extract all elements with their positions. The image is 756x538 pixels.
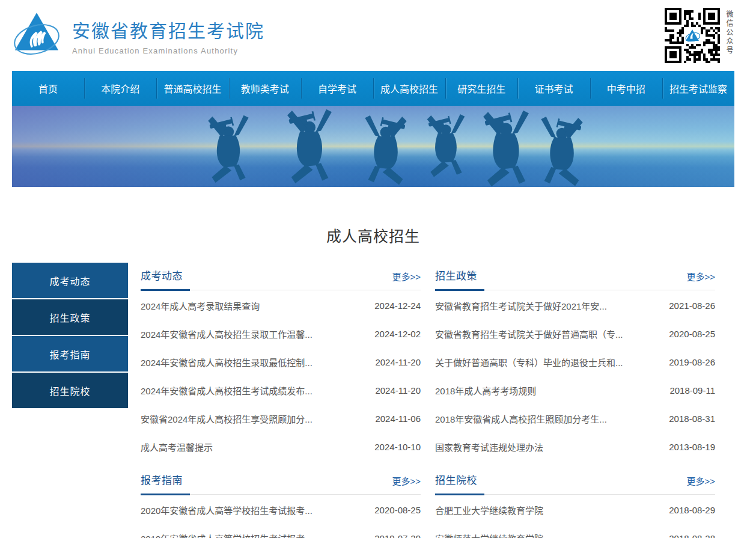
news-title-link[interactable]: 2024年安徽省成人高校招生考试成绩发布... xyxy=(141,384,375,397)
news-row[interactable]: 2024年安徽省成人高校招生录取最低控制...2024-11-20 xyxy=(141,348,421,376)
news-date: 2021-08-26 xyxy=(669,301,715,311)
brand-text: 安徽省教育招生考试院 Anhui Education Examinations … xyxy=(72,16,264,55)
news-row[interactable]: 2018年安徽省成人高校招生照顾加分考生...2018-08-31 xyxy=(435,405,715,433)
news-title-link[interactable]: 2018年安徽省成人高校招生照顾加分考生... xyxy=(435,412,669,425)
section-title: 招生院校 xyxy=(435,472,477,487)
news-list: 安徽省教育招生考试院关于做好2021年安...2021-08-26安徽省教育招生… xyxy=(435,292,715,461)
news-title-link[interactable]: 安徽省教育招生考试院关于做好2021年安... xyxy=(435,299,669,312)
news-date: 2019-08-26 xyxy=(669,357,715,367)
news-date: 2024-10-10 xyxy=(374,442,421,452)
news-date: 2018-09-11 xyxy=(669,385,715,396)
news-row[interactable]: 2024年成人高考录取结果查询2024-12-24 xyxy=(141,292,421,320)
news-date: 2024-12-24 xyxy=(374,301,421,311)
sidebar: 成考动态招生政策报考指南招生院校 xyxy=(12,263,128,408)
news-row[interactable]: 2024年安徽省成人高校招生录取工作温馨...2024-12-02 xyxy=(141,320,421,348)
news-row[interactable]: 2020年安徽省成人高等学校招生考试报考...2020-08-25 xyxy=(141,496,421,524)
news-row[interactable]: 安徽省教育招生考试院关于做好普通高职（专...2020-08-25 xyxy=(435,320,715,348)
news-row[interactable]: 成人高考温馨提示2024-10-10 xyxy=(141,433,421,461)
news-row[interactable]: 2024年安徽省成人高校招生考试成绩发布...2024-11-20 xyxy=(141,376,421,405)
news-date: 2024-11-20 xyxy=(375,385,421,396)
news-list: 合肥工业大学继续教育学院2018-08-29安徽师范大学继续教育学院2018-0… xyxy=(435,496,715,538)
content: 成考动态招生政策报考指南招生院校 成考动态更多>>2024年成人高考录取结果查询… xyxy=(12,263,734,538)
news-row[interactable]: 安徽省2024年成人高校招生享受照顾加分...2024-11-06 xyxy=(141,405,421,433)
wechat-qr-code xyxy=(665,8,720,65)
news-title-link[interactable]: 成人高考温馨提示 xyxy=(141,441,374,453)
news-list: 2020年安徽省成人高等学校招生考试报考...2020-08-252019年安徽… xyxy=(141,496,421,538)
nav-item-5[interactable]: 自学考试 xyxy=(301,71,373,106)
section-2: 招生政策更多>>安徽省教育招生考试院关于做好2021年安...2021-08-2… xyxy=(435,263,715,461)
sidebar-item-3[interactable]: 报考指南 xyxy=(12,336,128,371)
news-title-link[interactable]: 2024年安徽省成人高校招生录取工作温馨... xyxy=(141,328,374,340)
news-sections: 成考动态更多>>2024年成人高考录取结果查询2024-12-242024年安徽… xyxy=(141,263,734,538)
news-date: 2019-07-29 xyxy=(374,533,421,538)
site-header: 安徽省教育招生考试院 Anhui Education Examinations … xyxy=(0,0,756,71)
sidebar-item-1[interactable]: 成考动态 xyxy=(12,263,128,298)
more-link[interactable]: 更多>> xyxy=(686,270,715,283)
news-title-link[interactable]: 2024年安徽省成人高校招生录取最低控制... xyxy=(141,356,375,368)
more-link[interactable]: 更多>> xyxy=(392,270,421,283)
section-title: 成考动态 xyxy=(141,267,183,283)
news-row[interactable]: 安徽师范大学继续教育学院2018-08-28 xyxy=(435,524,715,538)
section-title: 招生政策 xyxy=(435,267,477,283)
nav-item-6[interactable]: 成人高校招生 xyxy=(373,71,445,106)
section-header: 成考动态更多>> xyxy=(141,263,421,290)
nav-item-7[interactable]: 研究生招生 xyxy=(445,71,517,106)
nav-item-1[interactable]: 首页 xyxy=(12,71,84,106)
news-date: 2024-12-02 xyxy=(374,329,421,339)
news-row[interactable]: 2018年成人高考考场规则2018-09-11 xyxy=(435,376,715,405)
news-date: 2018-08-29 xyxy=(669,505,715,515)
news-date: 2024-11-20 xyxy=(375,357,421,367)
section-3: 报考指南更多>>2020年安徽省成人高等学校招生考试报考...2020-08-2… xyxy=(141,467,421,538)
more-link[interactable]: 更多>> xyxy=(392,474,421,487)
news-date: 2013-08-19 xyxy=(669,442,715,452)
news-row[interactable]: 合肥工业大学继续教育学院2018-08-29 xyxy=(435,496,715,524)
section-header: 招生院校更多>> xyxy=(435,467,715,495)
banner-image xyxy=(12,106,734,187)
news-row[interactable]: 国家教育考试违规处理办法2013-08-19 xyxy=(435,433,715,461)
news-date: 2018-08-31 xyxy=(669,414,715,424)
section-1: 成考动态更多>>2024年成人高考录取结果查询2024-12-242024年安徽… xyxy=(141,263,421,461)
section-title: 报考指南 xyxy=(141,472,183,487)
section-4: 招生院校更多>>合肥工业大学继续教育学院2018-08-29安徽师范大学继续教育… xyxy=(435,467,715,538)
news-title-link[interactable]: 安徽省教育招生考试院关于做好普通高职（专... xyxy=(435,328,669,340)
news-title-link[interactable]: 2018年成人高考考场规则 xyxy=(435,384,669,397)
section-header: 报考指南更多>> xyxy=(141,467,421,495)
news-title-link[interactable]: 2019年安徽省成人高等学校招生考试报考... xyxy=(141,532,374,538)
sidebar-item-2[interactable]: 招生政策 xyxy=(12,299,128,335)
news-title-link[interactable]: 关于做好普通高职（专科）毕业的退役士兵和... xyxy=(435,356,669,368)
nav-item-3[interactable]: 普通高校招生 xyxy=(156,71,228,106)
news-date: 2020-08-25 xyxy=(669,329,715,339)
news-title-link[interactable]: 安徽省2024年成人高校招生享受照顾加分... xyxy=(141,412,375,425)
site-subtitle: Anhui Education Examinations Authority xyxy=(72,46,264,55)
more-link[interactable]: 更多>> xyxy=(686,474,715,487)
news-date: 2018-08-28 xyxy=(669,533,715,538)
news-title-link[interactable]: 2024年成人高考录取结果查询 xyxy=(141,299,374,312)
news-title-link[interactable]: 安徽师范大学继续教育学院 xyxy=(435,532,669,538)
main-nav: 首页本院介绍普通高校招生教师类考试自学考试成人高校招生研究生招生证书考试中考中招… xyxy=(12,71,734,106)
site-title: 安徽省教育招生考试院 xyxy=(72,16,264,43)
nav-item-8[interactable]: 证书考试 xyxy=(517,71,590,106)
wechat-qr-block: 微信公众号 xyxy=(665,7,734,65)
news-title-link[interactable]: 国家教育考试违规处理办法 xyxy=(435,441,669,453)
page: 安徽省教育招生考试院 Anhui Education Examinations … xyxy=(0,0,756,538)
page-title: 成人高校招生 xyxy=(12,224,734,246)
news-row[interactable]: 安徽省教育招生考试院关于做好2021年安...2021-08-26 xyxy=(435,292,715,320)
news-title-link[interactable]: 合肥工业大学继续教育学院 xyxy=(435,504,669,516)
section-header: 招生政策更多>> xyxy=(435,263,715,290)
news-title-link[interactable]: 2020年安徽省成人高等学校招生考试报考... xyxy=(141,504,374,516)
news-row[interactable]: 关于做好普通高职（专科）毕业的退役士兵和...2019-08-26 xyxy=(435,348,715,376)
news-date: 2020-08-25 xyxy=(374,505,421,515)
news-row[interactable]: 2019年安徽省成人高等学校招生考试报考...2019-07-29 xyxy=(141,524,421,538)
wechat-qr-label: 微信公众号 xyxy=(724,8,734,55)
brand[interactable]: 安徽省教育招生考试院 Anhui Education Examinations … xyxy=(12,11,264,60)
site-logo-icon xyxy=(12,11,61,60)
sidebar-item-4[interactable]: 招生院校 xyxy=(12,373,128,408)
nav-item-9[interactable]: 中考中招 xyxy=(590,71,662,106)
news-date: 2024-11-06 xyxy=(375,414,421,424)
graduates-silhouette-icon xyxy=(12,106,734,187)
nav-item-4[interactable]: 教师类考试 xyxy=(229,71,301,106)
nav-item-2[interactable]: 本院介绍 xyxy=(84,71,156,106)
news-list: 2024年成人高考录取结果查询2024-12-242024年安徽省成人高校招生录… xyxy=(141,292,421,461)
nav-item-10[interactable]: 招生考试监察 xyxy=(662,71,734,106)
